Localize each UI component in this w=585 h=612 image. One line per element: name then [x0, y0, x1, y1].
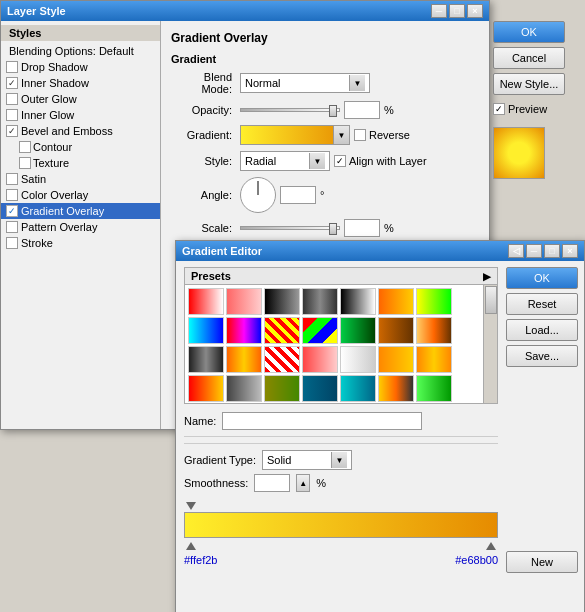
- sidebar-item-bevel[interactable]: Bevel and Emboss: [1, 123, 160, 139]
- preset-swatch[interactable]: [302, 317, 338, 344]
- ge-minimize-btn[interactable]: ─: [526, 244, 542, 258]
- pattern-overlay-checkbox[interactable]: [6, 221, 18, 233]
- preset-swatch[interactable]: [264, 346, 300, 373]
- sidebar-item-gradient-overlay[interactable]: Gradient Overlay: [1, 203, 160, 219]
- color-stop-right[interactable]: [486, 542, 496, 550]
- close-btn[interactable]: ×: [467, 4, 483, 18]
- bevel-checkbox[interactable]: [6, 125, 18, 137]
- align-layer-checkbox[interactable]: ✓: [334, 155, 346, 167]
- smoothness-unit: %: [316, 477, 326, 489]
- ge-restore-btn[interactable]: □: [544, 244, 560, 258]
- sidebar-item-contour[interactable]: Contour: [1, 139, 160, 155]
- preset-swatch[interactable]: [302, 375, 338, 402]
- satin-checkbox[interactable]: [6, 173, 18, 185]
- ge-reset-button[interactable]: Reset: [506, 293, 578, 315]
- ok-button[interactable]: OK: [493, 21, 565, 43]
- sidebar-item-inner-shadow[interactable]: Inner Shadow: [1, 75, 160, 91]
- preset-swatch[interactable]: [188, 375, 224, 402]
- scale-input[interactable]: 150: [344, 219, 380, 237]
- ge-close-btn[interactable]: ×: [562, 244, 578, 258]
- sidebar-item-outer-glow[interactable]: Outer Glow: [1, 91, 160, 107]
- preset-swatch[interactable]: [188, 288, 224, 315]
- preset-swatch[interactable]: [188, 317, 224, 344]
- gradient-type-dropdown[interactable]: Solid ▼: [262, 450, 352, 470]
- sidebar-item-stroke[interactable]: Stroke: [1, 235, 160, 251]
- gradient-bar[interactable]: [184, 512, 498, 538]
- sidebar-item-color-overlay[interactable]: Color Overlay: [1, 187, 160, 203]
- preset-swatch[interactable]: [226, 288, 262, 315]
- gradient-preview-btn[interactable]: ▼: [240, 125, 350, 145]
- opacity-input[interactable]: 100: [344, 101, 380, 119]
- style-dropdown[interactable]: Radial ▼: [240, 151, 330, 171]
- reverse-checkbox[interactable]: [354, 129, 366, 141]
- preset-swatch[interactable]: [264, 288, 300, 315]
- new-style-button[interactable]: New Style...: [493, 73, 565, 95]
- gradient-overlay-checkbox[interactable]: [6, 205, 18, 217]
- sidebar-item-inner-glow[interactable]: Inner Glow: [1, 107, 160, 123]
- inner-shadow-checkbox[interactable]: [6, 77, 18, 89]
- ge-back-btn[interactable]: ◁: [508, 244, 524, 258]
- drop-shadow-checkbox[interactable]: [6, 61, 18, 73]
- smoothness-input[interactable]: 100: [254, 474, 290, 492]
- ge-load-button[interactable]: Load...: [506, 319, 578, 341]
- preset-swatch[interactable]: [378, 317, 414, 344]
- contour-checkbox[interactable]: [19, 141, 31, 153]
- presets-grid: [185, 285, 497, 403]
- preset-swatch[interactable]: [340, 375, 376, 402]
- blend-mode-dropdown[interactable]: Normal ▼: [240, 73, 370, 93]
- preset-swatch[interactable]: [340, 288, 376, 315]
- scale-slider-track[interactable]: [240, 226, 340, 230]
- preset-swatch[interactable]: [340, 346, 376, 373]
- preset-swatch[interactable]: [226, 375, 262, 402]
- sidebar-item-pattern-overlay[interactable]: Pattern Overlay: [1, 219, 160, 235]
- angle-label: Angle:: [171, 189, 236, 201]
- opacity-unit: %: [384, 104, 394, 116]
- minimize-btn[interactable]: ─: [431, 4, 447, 18]
- name-input[interactable]: Custom: [222, 412, 422, 430]
- ge-save-button[interactable]: Save...: [506, 345, 578, 367]
- preset-swatch[interactable]: [378, 346, 414, 373]
- presets-expand-icon[interactable]: ▶: [483, 271, 491, 282]
- preset-swatch[interactable]: [226, 317, 262, 344]
- ge-new-button[interactable]: New: [506, 551, 578, 573]
- restore-btn[interactable]: □: [449, 4, 465, 18]
- preview-label: Preview: [508, 103, 547, 115]
- opacity-slider-thumb[interactable]: [329, 105, 337, 117]
- preset-swatch[interactable]: [188, 346, 224, 373]
- inner-glow-checkbox[interactable]: [6, 109, 18, 121]
- preset-swatch[interactable]: [302, 288, 338, 315]
- preset-swatch[interactable]: [340, 317, 376, 344]
- preview-checkbox[interactable]: ✓: [493, 103, 505, 115]
- preset-swatch[interactable]: [264, 375, 300, 402]
- preset-swatch[interactable]: [226, 346, 262, 373]
- color-stop-left[interactable]: [186, 542, 196, 550]
- preset-swatch[interactable]: [416, 317, 452, 344]
- sidebar-item-drop-shadow[interactable]: Drop Shadow: [1, 59, 160, 75]
- opacity-slider-track[interactable]: [240, 108, 340, 112]
- outer-glow-checkbox[interactable]: [6, 93, 18, 105]
- sidebar-item-texture[interactable]: Texture: [1, 155, 160, 171]
- smoothness-stepper[interactable]: ▲: [296, 474, 310, 492]
- preset-swatch[interactable]: [416, 346, 452, 373]
- presets-scrollbar[interactable]: [483, 285, 497, 403]
- cancel-button[interactable]: Cancel: [493, 47, 565, 69]
- sidebar-item-satin[interactable]: Satin: [1, 171, 160, 187]
- preset-swatch[interactable]: [302, 346, 338, 373]
- texture-checkbox[interactable]: [19, 157, 31, 169]
- preset-swatch[interactable]: [378, 375, 414, 402]
- preset-swatch[interactable]: [416, 288, 452, 315]
- opacity-stop-left[interactable]: [186, 502, 196, 510]
- preset-swatch[interactable]: [264, 317, 300, 344]
- ge-ok-button[interactable]: OK: [506, 267, 578, 289]
- smoothness-row: Smoothness: 100 ▲ %: [184, 474, 498, 492]
- angle-input[interactable]: 90: [280, 186, 316, 204]
- color-overlay-checkbox[interactable]: [6, 189, 18, 201]
- preset-swatch[interactable]: [378, 288, 414, 315]
- stroke-checkbox[interactable]: [6, 237, 18, 249]
- scale-slider-thumb[interactable]: [329, 223, 337, 235]
- sidebar-item-blending[interactable]: Blending Options: Default: [1, 43, 160, 59]
- preview-box: [493, 127, 545, 179]
- scrollbar-thumb[interactable]: [485, 286, 497, 314]
- angle-dial[interactable]: [240, 177, 276, 213]
- preset-swatch[interactable]: [416, 375, 452, 402]
